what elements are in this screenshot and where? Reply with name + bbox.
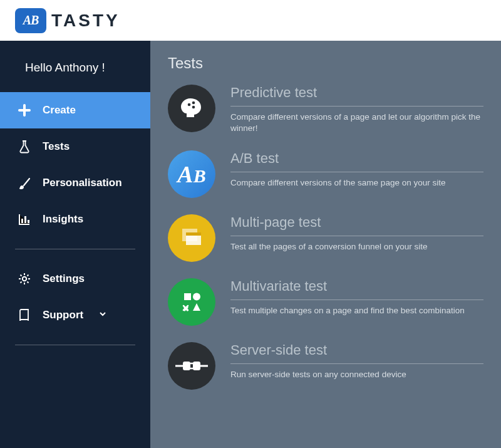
test-option-multivariate[interactable]: Multivariate test Test multiple changes …: [168, 278, 483, 326]
sidebar-item-label: Insights: [43, 213, 83, 226]
sidebar-divider: [15, 249, 135, 249]
test-desc: Run server-side tests on any connected d…: [230, 364, 483, 380]
svg-point-3: [23, 277, 26, 281]
sidebar-item-personalisation[interactable]: Personalisation: [0, 165, 150, 201]
sidebar-item-settings[interactable]: Settings: [0, 261, 150, 297]
main-panel: Tests Predictive test Compare different …: [150, 41, 501, 448]
test-option-multipage[interactable]: Multi-page test Test all the pages of a …: [168, 214, 483, 262]
flask-icon: [18, 140, 31, 154]
sidebar-item-label: Tests: [43, 140, 70, 153]
test-desc: Test all the pages of a conversion funne…: [230, 236, 483, 253]
sidebar-item-label: Settings: [43, 273, 85, 285]
sidebar-divider: [15, 345, 135, 345]
plug-icon: [168, 342, 215, 390]
sidebar: Hello Anthony ! Create Tests Personalisa…: [0, 41, 150, 448]
sidebar-item-label: Personalisation: [43, 177, 122, 189]
gear-icon: [18, 272, 31, 286]
sidebar-item-label: Create: [43, 104, 76, 117]
svg-point-4: [188, 103, 191, 107]
svg-rect-0: [21, 219, 23, 223]
logo-badge: AB: [15, 8, 46, 33]
greeting: Hello Anthony !: [0, 41, 150, 92]
barchart-icon: [18, 212, 31, 226]
page-title: Tests: [168, 55, 483, 72]
shapes-icon: [168, 278, 215, 326]
test-option-ab[interactable]: AB A/B test Compare different versions o…: [168, 150, 483, 198]
app-header: AB TASTY: [0, 0, 501, 41]
svg-rect-13: [183, 362, 190, 370]
brand-name: TASTY: [51, 11, 120, 31]
ab-icon: AB: [168, 150, 215, 198]
sidebar-item-insights[interactable]: Insights: [0, 201, 150, 237]
plus-icon: [18, 103, 31, 117]
chevron-down-icon: [98, 309, 107, 321]
test-title: Predictive test: [230, 85, 483, 107]
test-desc: Compare different versions of a page and…: [230, 107, 483, 134]
svg-point-6: [192, 106, 195, 109]
sidebar-item-label: Support: [43, 309, 83, 321]
test-option-serverside[interactable]: Server-side test Run server-side tests o…: [168, 342, 483, 390]
svg-rect-1: [24, 216, 26, 223]
svg-rect-9: [186, 232, 201, 236]
test-desc: Compare different versions of the same p…: [230, 172, 483, 189]
sidebar-item-tests[interactable]: Tests: [0, 128, 150, 165]
brain-icon: [168, 85, 215, 132]
test-title: Multi-page test: [230, 214, 483, 236]
svg-rect-2: [28, 220, 29, 223]
svg-point-11: [193, 293, 200, 301]
sidebar-item-support[interactable]: Support: [0, 297, 150, 333]
brush-icon: [18, 176, 31, 190]
pages-icon: [168, 214, 215, 262]
test-option-predictive[interactable]: Predictive test Compare different versio…: [168, 85, 483, 134]
book-icon: [18, 308, 31, 322]
test-desc: Test multiple changes on a page and find…: [230, 300, 483, 316]
test-title: Multivariate test: [230, 278, 483, 300]
brand-logo: AB TASTY: [15, 8, 120, 33]
svg-rect-10: [184, 293, 191, 300]
test-title: Server-side test: [230, 342, 483, 364]
test-title: A/B test: [230, 150, 483, 172]
sidebar-item-create[interactable]: Create: [0, 92, 150, 128]
svg-point-5: [192, 102, 195, 105]
